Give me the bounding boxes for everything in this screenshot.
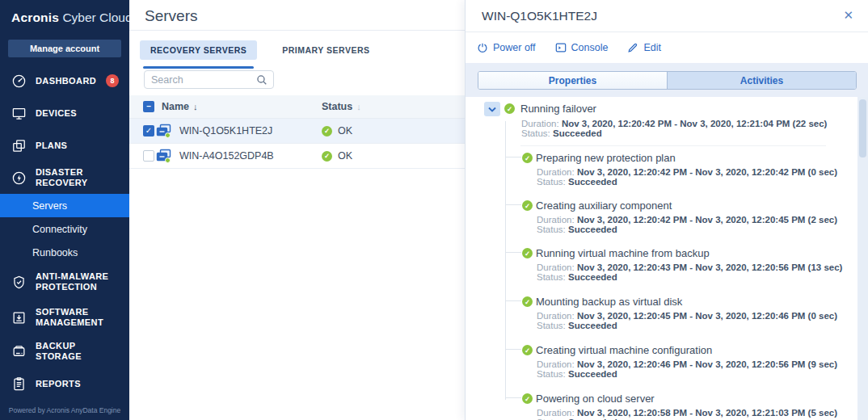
sidebar-item-label: PLANS bbox=[36, 141, 67, 151]
sidebar-item-devices[interactable]: DEVICES bbox=[0, 97, 129, 129]
tree-tick bbox=[505, 300, 521, 301]
backup-storage-icon bbox=[11, 344, 27, 359]
sidebar-item-runbooks[interactable]: Runbooks bbox=[0, 241, 129, 264]
row-checkbox[interactable]: ✓ bbox=[143, 150, 154, 162]
acronis-logo: Acronis Cyber Cloud bbox=[11, 10, 133, 25]
search-icon[interactable] bbox=[256, 74, 268, 86]
page-title: Servers bbox=[145, 7, 197, 25]
activity-duration: Duration: Nov 3, 2020, 12:20:42 PM - Nov… bbox=[521, 119, 827, 128]
scrollbar-track[interactable] bbox=[857, 97, 868, 420]
sidebar-item-label: DASHBOARD bbox=[36, 76, 96, 86]
sidebar-item-dashboard[interactable]: DASHBOARD 8 bbox=[0, 65, 129, 97]
sort-icon[interactable]: ↓ bbox=[356, 102, 361, 111]
tab-activities[interactable]: Activities bbox=[667, 72, 856, 89]
activity-status: Status: Succeeded bbox=[537, 177, 617, 187]
recovery-server-icon bbox=[156, 124, 172, 138]
activity-title: Powering on cloud server bbox=[536, 393, 655, 405]
activity-item: ✓ Creating virtual machine configuration… bbox=[522, 344, 852, 383]
column-header-status[interactable]: Status↓ bbox=[322, 101, 361, 112]
activity-status: Status: Succeeded bbox=[537, 321, 617, 330]
sidebar-item-anti-malware[interactable]: ANTI-MALWARE PROTECTION bbox=[0, 264, 129, 300]
tab-properties[interactable]: Properties bbox=[478, 72, 667, 89]
sidebar-item-backup-storage[interactable]: BACKUP STORAGE bbox=[0, 335, 129, 368]
tree-tick bbox=[505, 397, 521, 398]
properties-activities-switch: Properties Activities bbox=[478, 71, 857, 90]
collapse-activity-button[interactable] bbox=[484, 102, 500, 116]
tree-tick bbox=[505, 252, 521, 253]
panel-header: WIN-Q1O5K1HTE2J ✕ bbox=[466, 0, 868, 32]
scrollbar-thumb[interactable] bbox=[859, 99, 866, 158]
server-name: WIN-A4O152GDP4B bbox=[179, 150, 274, 162]
sidebar-item-servers[interactable]: Servers bbox=[0, 194, 129, 217]
panel-actions: Power off Console Edit bbox=[466, 32, 868, 63]
sidebar-item-disaster-recovery[interactable]: DISASTER RECOVERY bbox=[0, 162, 129, 194]
activity-success-icon: ✓ bbox=[522, 153, 533, 163]
sort-desc-icon[interactable]: ↓ bbox=[193, 102, 198, 111]
software-management-icon bbox=[11, 310, 27, 326]
activity-item: ✓ Powering on cloud server Duration: Nov… bbox=[522, 393, 852, 420]
servers-page: Servers RECOVERY SERVERS PRIMARY SERVERS… bbox=[129, 0, 465, 420]
activity-status: Status: Succeeded bbox=[521, 128, 602, 138]
select-all-checkbox[interactable]: – bbox=[143, 101, 154, 112]
table-row[interactable]: ✓ WIN-A4O152GDP4B ✓ OK bbox=[129, 144, 465, 169]
powered-by-text: Powered by Acronis AnyData Engine bbox=[0, 406, 129, 414]
shield-check-icon bbox=[11, 275, 27, 290]
check-icon: ✓ bbox=[145, 152, 152, 160]
tab-recovery-servers[interactable]: RECOVERY SERVERS bbox=[140, 40, 257, 60]
manage-account-button[interactable]: Manage account bbox=[8, 40, 121, 57]
tab-primary-servers[interactable]: PRIMARY SERVERS bbox=[272, 40, 380, 60]
activity-success-icon: ✓ bbox=[522, 200, 533, 211]
edit-button[interactable]: Edit bbox=[627, 42, 661, 53]
divider bbox=[520, 145, 826, 146]
close-icon[interactable]: ✕ bbox=[843, 8, 853, 23]
status-text: OK bbox=[338, 150, 352, 162]
logo-product: Cyber Cloud bbox=[59, 10, 132, 24]
table-header: – Name↓ Status↓ bbox=[129, 95, 465, 119]
edit-icon bbox=[627, 42, 638, 53]
disaster-recovery-icon bbox=[11, 170, 27, 186]
logo-brand: Acronis bbox=[11, 10, 59, 24]
status-ok-icon: ✓ bbox=[322, 126, 332, 136]
activity-success-icon: ✓ bbox=[522, 393, 533, 404]
sidebar-item-software-management[interactable]: SOFTWARE MANAGEMENT bbox=[0, 300, 129, 335]
table-row[interactable]: ✓ WIN-Q1O5K1HTE2J ✓ OK bbox=[129, 119, 465, 144]
status-ok-icon: ✓ bbox=[322, 151, 332, 162]
sidebar-nav: DASHBOARD 8 DEVICES PLANS DISASTER RECOV… bbox=[0, 65, 129, 400]
activity-title: Creating virtual machine configuration bbox=[536, 344, 712, 356]
search-input[interactable] bbox=[145, 74, 256, 86]
activity-duration: Duration: Nov 3, 2020, 12:20:45 PM - Nov… bbox=[537, 311, 837, 321]
plans-icon bbox=[11, 138, 27, 153]
sidebar-item-label: ANTI-MALWARE PROTECTION bbox=[36, 271, 110, 292]
tree-tick bbox=[505, 204, 521, 205]
activity-item: ✓ Preparing new protection plan Duration… bbox=[522, 152, 852, 191]
header-divider bbox=[129, 30, 465, 31]
tree-tick bbox=[505, 349, 521, 350]
activity-duration: Duration: Nov 3, 2020, 12:20:43 PM - Nov… bbox=[537, 262, 842, 272]
status-cell: ✓ OK bbox=[322, 150, 352, 162]
power-off-button[interactable]: Power off bbox=[477, 42, 536, 53]
activity-duration: Duration: Nov 3, 2020, 12:20:58 PM - Nov… bbox=[537, 408, 837, 418]
activity-item: ✓ Creating auxiliary component Duration:… bbox=[522, 200, 852, 238]
console-button[interactable]: Console bbox=[555, 42, 609, 53]
recovery-server-icon bbox=[156, 149, 172, 163]
console-icon bbox=[555, 42, 567, 53]
sidebar-item-connectivity[interactable]: Connectivity bbox=[0, 217, 129, 241]
sub-item-label: Runbooks bbox=[32, 247, 78, 258]
row-checkbox[interactable]: ✓ bbox=[143, 125, 154, 136]
devices-icon bbox=[11, 106, 27, 121]
status-cell: ✓ OK bbox=[322, 125, 352, 136]
activity-status: Status: Succeeded bbox=[537, 369, 617, 379]
column-header-name[interactable]: Name↓ bbox=[162, 101, 198, 112]
sidebar-item-reports[interactable]: REPORTS bbox=[0, 368, 129, 400]
sidebar-item-plans[interactable]: PLANS bbox=[0, 129, 129, 162]
activity-title: Running failover bbox=[520, 103, 596, 115]
reports-icon bbox=[11, 376, 27, 392]
panel-title: WIN-Q1O5K1HTE2J bbox=[482, 9, 597, 23]
activity-item: ✓ Mounting backup as virtual disk Durati… bbox=[522, 296, 852, 334]
activity-duration: Duration: Nov 3, 2020, 12:20:42 PM - Nov… bbox=[537, 167, 837, 177]
sidebar-item-label: BACKUP STORAGE bbox=[36, 341, 121, 362]
search-field bbox=[144, 70, 274, 89]
activity-success-icon: ✓ bbox=[522, 248, 533, 258]
check-icon: ✓ bbox=[145, 127, 152, 135]
sidebar-item-label: SOFTWARE MANAGEMENT bbox=[36, 307, 110, 328]
